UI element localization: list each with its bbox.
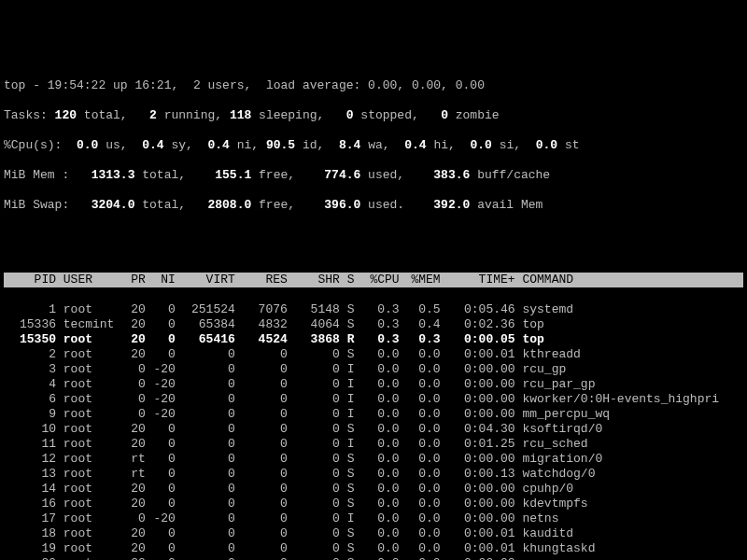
cell-res: 0 [235, 497, 288, 511]
process-row[interactable]: 2 root200000 S0.00.00:00.01 kthreadd [4, 347, 743, 362]
cell-pid: 15336 [4, 317, 56, 332]
col-time: TIME+ [441, 273, 515, 287]
cell-pid: 2 [4, 347, 56, 362]
blank-line [4, 243, 743, 258]
cell-res: 4832 [235, 317, 288, 332]
cell-shr: 0 [288, 392, 340, 407]
cell-shr: 0 [288, 362, 340, 377]
cell-res: 0 [235, 407, 288, 422]
cell-time: 0:00.00 [441, 452, 515, 467]
col-res: RES [235, 273, 288, 287]
cell-mem: 0.0 [400, 526, 441, 541]
cell-pr: 0 [123, 511, 146, 526]
cell-pid: 20 [4, 556, 56, 560]
cell-shr: 0 [288, 556, 340, 560]
cell-user: root [63, 556, 123, 560]
cell-pid: 1 [4, 302, 56, 317]
cell-mem: 0.0 [400, 437, 441, 452]
process-row[interactable]: 10 root200000 S0.00.00:04.30 ksoftirqd/0 [4, 422, 743, 437]
cell-ni: 0 [146, 452, 176, 467]
cell-mem: 0.0 [400, 511, 441, 526]
process-row[interactable]: 16 root200000 S0.00.00:00.00 kdevtmpfs [4, 497, 743, 511]
process-row[interactable]: 1 root20025152470765148 S0.30.50:05.46 s… [4, 302, 743, 317]
cell-command: netns [522, 511, 558, 526]
process-row[interactable]: 20 root200000 S0.00.00:00.00 oom_reaper [4, 556, 743, 560]
cell-s: I [347, 511, 359, 526]
process-list[interactable]: 1 root20025152470765148 S0.30.50:05.46 s… [4, 302, 743, 560]
uptime-line: top - 19:54:22 up 16:21, 2 users, load a… [4, 78, 743, 93]
cell-s: S [347, 541, 359, 556]
cell-res: 0 [235, 362, 288, 377]
cell-pid: 11 [4, 437, 56, 452]
column-header[interactable]: PID USERPRNIVIRTRESSHR S%CPU%MEMTIME+ CO… [4, 273, 743, 287]
cell-ni: -20 [146, 511, 176, 526]
cell-pr: 20 [123, 497, 146, 511]
process-row[interactable]: 6 root0-20000 I0.00.00:00.00 kworker/0:0… [4, 392, 743, 407]
cell-ni: 0 [146, 332, 176, 347]
cell-ni: 0 [146, 467, 176, 482]
cell-user: root [63, 392, 123, 407]
cell-user: root [63, 511, 123, 526]
process-row[interactable]: 12 rootrt0000 S0.00.00:00.00 migration/0 [4, 452, 743, 467]
process-row[interactable]: 3 root0-20000 I0.00.00:00.00 rcu_gp [4, 362, 743, 377]
cell-command: rcu_gp [522, 362, 566, 377]
cell-mem: 0.0 [400, 377, 441, 392]
cell-pid: 14 [4, 482, 56, 497]
cell-mem: 0.4 [400, 317, 441, 332]
cell-pid: 15350 [4, 332, 56, 347]
cell-s: R [347, 332, 359, 347]
cell-ni: 0 [146, 556, 176, 560]
cell-s: S [347, 556, 359, 560]
cell-shr: 0 [288, 511, 340, 526]
cell-cpu: 0.3 [359, 332, 400, 347]
cell-pid: 19 [4, 541, 56, 556]
process-row[interactable]: 17 root0-20000 I0.00.00:00.00 netns [4, 511, 743, 526]
process-row[interactable]: 11 root200000 I0.00.00:01.25 rcu_sched [4, 437, 743, 452]
cell-mem: 0.0 [400, 556, 441, 560]
cell-time: 0:00.00 [441, 556, 515, 560]
swap-line: MiB Swap: 3204.0 total, 2808.0 free, 396… [4, 198, 743, 213]
cell-time: 0:00.00 [441, 511, 515, 526]
process-row[interactable]: 18 root200000 S0.00.00:00.01 kauditd [4, 526, 743, 541]
cell-pid: 9 [4, 407, 56, 422]
cell-pr: 20 [123, 556, 146, 560]
cell-cpu: 0.0 [359, 452, 400, 467]
process-row[interactable]: 19 root200000 S0.00.00:00.01 khungtaskd [4, 541, 743, 556]
cell-shr: 4064 [288, 317, 340, 332]
cell-virt: 0 [176, 511, 235, 526]
cell-command: kworker/0:0H-events_highpri [522, 392, 719, 407]
cell-res: 0 [235, 377, 288, 392]
cell-pid: 6 [4, 392, 56, 407]
cell-cpu: 0.0 [359, 437, 400, 452]
process-row[interactable]: 14 root200000 S0.00.00:00.00 cpuhp/0 [4, 482, 743, 497]
cell-command: cpuhp/0 [522, 482, 573, 497]
process-row[interactable]: 4 root0-20000 I0.00.00:00.00 rcu_par_gp [4, 377, 743, 392]
cell-cpu: 0.0 [359, 526, 400, 541]
cell-virt: 0 [176, 377, 235, 392]
cell-pr: 0 [123, 362, 146, 377]
cell-cpu: 0.0 [359, 347, 400, 362]
cell-virt: 0 [176, 407, 235, 422]
cell-cpu: 0.3 [359, 317, 400, 332]
process-row[interactable]: 13 rootrt0000 S0.00.00:00.13 watchdog/0 [4, 467, 743, 482]
cell-pr: 20 [123, 422, 146, 437]
cell-pr: 0 [123, 407, 146, 422]
cell-mem: 0.0 [400, 541, 441, 556]
cell-cpu: 0.0 [359, 377, 400, 392]
cell-command: top [522, 317, 543, 332]
process-row[interactable]: 9 root0-20000 I0.00.00:00.00 mm_percpu_w… [4, 407, 743, 422]
cell-time: 0:00.00 [441, 377, 515, 392]
cell-mem: 0.0 [400, 392, 441, 407]
cell-pr: rt [123, 467, 146, 482]
col-command: COMMAND [522, 273, 573, 287]
cell-virt: 0 [176, 422, 235, 437]
process-row[interactable]: 15350 root2006541645243868 R0.30.30:00.0… [4, 332, 743, 347]
cell-virt: 0 [176, 347, 235, 362]
cell-shr: 3868 [288, 332, 340, 347]
cell-mem: 0.0 [400, 362, 441, 377]
col-user: USER [63, 273, 123, 287]
col-mem: %MEM [400, 273, 441, 287]
cell-s: S [347, 317, 359, 332]
process-row[interactable]: 15336 tecmint2006538448324064 S0.30.40:0… [4, 317, 743, 332]
cell-cpu: 0.0 [359, 392, 400, 407]
